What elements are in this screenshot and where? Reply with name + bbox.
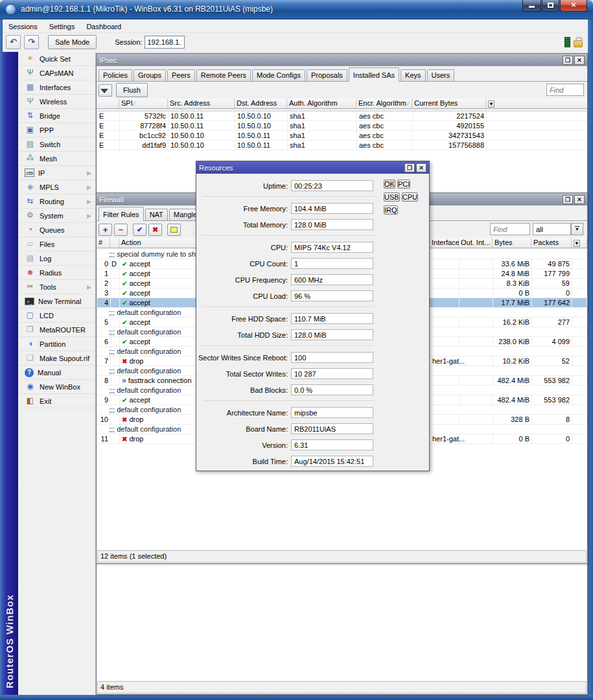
maximize-button[interactable] [542, 0, 559, 12]
sidebar-item[interactable]: ❏ Make Supout.rif ▶ [19, 351, 95, 366]
sidebar-item[interactable]: ◉ New WinBox ▶ [19, 380, 95, 394]
undo-button[interactable]: ↶ [6, 35, 21, 49]
cpu-button[interactable]: CPU [402, 192, 418, 202]
ipsec-sa-row[interactable]: E 87728f4 10.50.0.11 10.50.0.10 sha1 aes… [97, 121, 587, 131]
resources-close-button[interactable]: ✕ [416, 163, 426, 172]
sidebar-item[interactable]: ◧ Exit ▶ [19, 394, 95, 408]
ipsec-tab[interactable]: Users [427, 69, 455, 81]
ipsec-tab[interactable]: Installed SAs [349, 67, 399, 82]
menu-item[interactable]: Settings [43, 21, 81, 32]
ipsec-sa-row[interactable]: E dd1faf9 10.50.0.10 10.50.0.11 sha1 aes… [97, 141, 587, 150]
ipsec-sa-row[interactable]: E bc1cc92 10.50.0.10 10.50.0.11 sha1 aes… [97, 131, 587, 141]
menu-item[interactable]: Dashboard [80, 21, 127, 32]
ipsec-tab[interactable]: Groups [134, 69, 166, 81]
ipsec-maximize-button[interactable]: ❐ [563, 56, 573, 65]
sidebar-item[interactable]: ▤ Log ▶ [19, 251, 95, 266]
flags-column-header[interactable] [97, 99, 119, 108]
resource-field-value[interactable]: 96 % [291, 290, 373, 301]
dst-address-column-header[interactable]: Dst. Address [235, 99, 287, 108]
column-select-dropdown-button[interactable]: ▼ [574, 240, 580, 247]
safe-mode-button[interactable]: Safe Mode [48, 35, 97, 49]
packets-column-header[interactable]: Packets [531, 238, 572, 248]
number-column-header[interactable]: # [97, 238, 110, 248]
sidebar-item[interactable]: ◑ Partition ▶ [19, 337, 95, 351]
resource-field-value[interactable]: 6.31 [291, 439, 373, 450]
resource-field-value[interactable]: 0.0 % [291, 384, 373, 395]
remove-rule-button[interactable]: − [114, 224, 128, 236]
sidebar-item[interactable]: ✶ Quick Set ▶ [19, 52, 95, 66]
src-address-column-header[interactable]: Src. Address [168, 99, 235, 108]
firewall-tab[interactable]: NAT [145, 209, 168, 220]
ipsec-sa-row[interactable]: E 5732fc 10.50.0.11 10.50.0.10 sha1 aes … [97, 111, 587, 121]
sidebar-item[interactable]: Ψ Wireless ▶ [19, 95, 95, 109]
ipsec-tab[interactable]: Policies [99, 69, 132, 81]
out-interface-column-header[interactable]: Out. Int... [459, 238, 493, 248]
irq-button[interactable]: IRQ [384, 205, 398, 215]
sidebar-item[interactable]: ▣ PPP ▶ [19, 123, 95, 137]
ipsec-find-input[interactable] [546, 84, 584, 96]
resource-field-value[interactable]: 128.0 MiB [291, 329, 373, 340]
ipsec-tab[interactable]: Proposals [307, 69, 347, 81]
sidebar-item[interactable]: ⁂ Mesh ▶ [19, 152, 95, 166]
column-select-dropdown-button[interactable]: ▼ [488, 100, 494, 108]
resource-field-value[interactable]: 128.0 MiB [291, 219, 373, 230]
flush-button[interactable]: Flush [116, 83, 148, 97]
ipsec-tab[interactable]: Remote Peers [196, 69, 251, 81]
bytes-column-header[interactable]: Bytes [493, 238, 531, 248]
resource-field-value[interactable]: 1 [291, 258, 373, 269]
title-bar[interactable]: admin@192.168.1.1 (MikroTik) - WinBox v6… [0, 0, 593, 19]
ipsec-tab[interactable]: Mode Configs [252, 69, 305, 81]
chain-filter-select[interactable]: all [533, 223, 571, 235]
sidebar-item[interactable]: ✂ Tools ▶ [19, 280, 95, 294]
resource-field-value[interactable]: 110.7 MiB [291, 313, 373, 324]
comment-button[interactable] [167, 224, 181, 236]
sidebar-item[interactable]: ▦ Interfaces ▶ [19, 80, 95, 95]
sidebar-item[interactable]: ◔ Queues ▶ [19, 223, 95, 237]
firewall-find-input[interactable] [490, 223, 530, 235]
sidebar-item[interactable]: 255 IP ▶ [19, 166, 95, 180]
close-button[interactable]: ✕ [560, 0, 587, 12]
sidebar-item[interactable]: ⇆ Routing ▶ [19, 194, 95, 209]
minimize-button[interactable] [522, 0, 541, 12]
sidebar-item[interactable]: >_ New Terminal ▶ [19, 294, 95, 309]
sidebar-item[interactable]: Ψ CAPsMAN ▶ [19, 66, 95, 80]
firewall-tab[interactable]: Filter Rules [99, 207, 144, 221]
sidebar-item[interactable]: ◈ MPLS ▶ [19, 180, 95, 194]
usb-button[interactable]: USB [384, 192, 400, 202]
resource-field-value[interactable]: 100 [291, 352, 373, 363]
sidebar-item[interactable]: ❒ MetaROUTER ▶ [19, 323, 95, 337]
session-input[interactable] [145, 36, 185, 49]
sidebar-item[interactable]: ⇅ Bridge ▶ [19, 109, 95, 123]
encr-algorithm-column-header[interactable]: Encr. Algorithm∕ [356, 99, 412, 108]
disable-rule-button[interactable]: ✖ [148, 224, 162, 236]
ok-button[interactable]: OK [384, 180, 395, 189]
interface-column-header[interactable]: Interface [430, 238, 459, 248]
spi-column-header[interactable]: SPI∕ [119, 99, 168, 108]
resource-field-value[interactable]: Aug/14/2015 15:42:51 [291, 456, 373, 467]
ipsec-tab[interactable]: Peers [167, 69, 195, 81]
resource-field-value[interactable]: 600 MHz [291, 274, 373, 285]
resource-field-value[interactable]: mipsbe [291, 407, 373, 418]
sidebar-item[interactable]: ⚙ System ▶ [19, 209, 95, 223]
resource-field-value[interactable]: MIPS 74Kc V4.12 [291, 242, 373, 253]
flags-column-header[interactable] [110, 238, 119, 248]
resources-maximize-button[interactable]: ❐ [404, 163, 415, 172]
menu-item[interactable]: Sessions [3, 21, 43, 32]
pci-button[interactable]: PCI [397, 180, 410, 189]
ipsec-close-button[interactable]: ✕ [574, 56, 585, 65]
ipsec-title-bar[interactable]: IPsec ❐ ✕ [97, 54, 587, 66]
current-bytes-column-header[interactable]: Current Bytes [412, 99, 486, 108]
filter-funnel-button[interactable] [99, 84, 112, 97]
resource-field-value[interactable]: 104.4 MiB [291, 203, 373, 214]
resource-field-value[interactable]: 10 287 [291, 368, 373, 379]
firewall-maximize-button[interactable]: ❐ [563, 195, 573, 204]
resource-field-value[interactable]: 00:25:23 [291, 180, 373, 191]
resources-title-bar[interactable]: Resources ❐ ✕ [196, 161, 429, 174]
auth-algorithm-column-header[interactable]: Auth. Algorithm [287, 99, 356, 108]
add-rule-button[interactable]: + [99, 224, 112, 236]
redo-button[interactable]: ↷ [24, 35, 39, 49]
sidebar-item[interactable]: ▱ Files ▶ [19, 237, 95, 251]
sidebar-item[interactable]: ▤ Switch ▶ [19, 137, 95, 152]
resource-field-value[interactable]: RB2011UiAS [291, 423, 373, 434]
sidebar-item[interactable]: ▢ LCD ▶ [19, 309, 95, 323]
